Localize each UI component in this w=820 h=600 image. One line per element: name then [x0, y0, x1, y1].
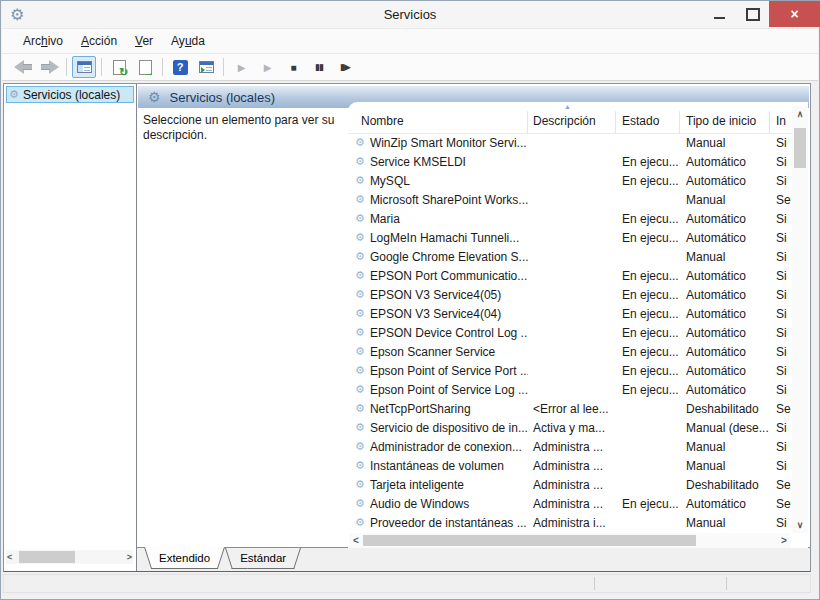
scroll-up-icon[interactable]: ∧ [792, 106, 808, 122]
help-button[interactable]: ? [168, 56, 192, 78]
service-gear-icon: ⚙ [355, 307, 365, 320]
resume-service-button[interactable]: ▶ [255, 56, 279, 78]
table-row[interactable]: ⚙ EPSON Port Communicatio... En ejecu...… [348, 266, 792, 285]
table-row[interactable]: ⚙ Servicio de dispositivo de in... Activ… [348, 418, 792, 437]
service-gear-icon: ⚙ [355, 174, 365, 187]
service-logon-as: Si [770, 269, 792, 283]
tree-item-label: Servicios (locales) [23, 88, 120, 102]
table-row[interactable]: ⚙ Epson Point of Service Port ... En eje… [348, 361, 792, 380]
table-row[interactable]: ⚙ EPSON Device Control Log ... En ejecu.… [348, 323, 792, 342]
service-logon-as: Si [770, 383, 792, 397]
table-row[interactable]: ⚙ Microsoft SharePoint Works... Manual S… [348, 190, 792, 209]
minimize-icon [714, 17, 725, 19]
service-startup-type: Manual [680, 516, 770, 530]
close-button[interactable]: × [769, 1, 820, 27]
service-name: MySQL [370, 174, 410, 188]
minimize-button[interactable] [703, 1, 735, 27]
tab-extendido[interactable]: Extendido [144, 547, 225, 569]
service-gear-icon: ⚙ [355, 364, 365, 377]
column-header-estado[interactable]: Estado [616, 111, 680, 133]
tree-horizontal-scrollbar[interactable]: < > [6, 550, 133, 564]
vertical-scrollbar[interactable]: ∧ ∨ [792, 106, 808, 533]
table-row[interactable]: ⚙ EPSON V3 Service4(05) En ejecu... Auto… [348, 285, 792, 304]
tree-gear-icon: ⚙ [9, 88, 19, 101]
table-row[interactable]: ⚙ Tarjeta inteligente Administra ... Des… [348, 475, 792, 494]
service-gear-icon: ⚙ [355, 402, 365, 415]
table-row[interactable]: ⚙ Proveedor de instantáneas ... Administ… [348, 513, 792, 532]
table-row[interactable]: ⚙ NetTcpPortSharing <Error al lee... Des… [348, 399, 792, 418]
forward-button[interactable] [37, 56, 61, 78]
service-startup-type: Automático [680, 364, 770, 378]
service-gear-icon: ⚙ [355, 421, 365, 434]
restart-icon: ▮▶ [340, 62, 350, 72]
column-header-nombre[interactable]: Nombre [348, 111, 528, 133]
list-header: ▲ Nombre Descripción Estado Tipo de inic… [348, 102, 808, 134]
service-name: Maria [370, 212, 400, 226]
sidebar-item-servicios-locales[interactable]: ⚙ Servicios (locales) [6, 86, 134, 103]
menu-ayuda[interactable]: Ayuda [162, 29, 214, 53]
service-startup-type: Deshabilitado [680, 478, 770, 492]
table-row[interactable]: ⚙ MySQL En ejecu... Automático Si [348, 171, 792, 190]
horizontal-scrollbar[interactable]: < > [349, 533, 791, 548]
scrollbar-thumb[interactable] [794, 128, 806, 168]
table-row[interactable]: ⚙ LogMeIn Hamachi Tunneli... En ejecu...… [348, 228, 792, 247]
service-status: En ejecu... [616, 212, 680, 226]
service-logon-as: Se [770, 497, 792, 511]
service-gear-icon: ⚙ [355, 250, 365, 263]
services-window: ⚙ Servicios × Archivo Acción Ver Ayuda ↻… [0, 0, 820, 600]
refresh-button[interactable]: ↻ [107, 56, 131, 78]
table-row[interactable]: ⚙ Maria En ejecu... Automático Si [348, 209, 792, 228]
table-row[interactable]: ⚙ Google Chrome Elevation S... Manual Si [348, 247, 792, 266]
show-console-tree-button[interactable] [72, 56, 96, 78]
service-status: En ejecu... [616, 364, 680, 378]
show-action-pane-button[interactable] [194, 56, 218, 78]
menu-ver[interactable]: Ver [126, 29, 162, 53]
table-row[interactable]: ⚙ WinZip Smart Monitor Servi... Manual S… [348, 133, 792, 152]
pause-service-button[interactable]: ▮▮ [307, 56, 331, 78]
description-text: Seleccione un elemento para ver su descr… [143, 113, 345, 143]
service-gear-icon: ⚙ [355, 345, 365, 358]
scrollbar-thumb[interactable] [19, 551, 75, 563]
table-row[interactable]: ⚙ Epson Point of Service Log ... En ejec… [348, 380, 792, 399]
maximize-button[interactable] [737, 1, 769, 27]
scroll-left-icon[interactable]: < [7, 552, 12, 562]
table-row[interactable]: ⚙ Service KMSELDI En ejecu... Automático… [348, 152, 792, 171]
service-description: Administra ... [528, 478, 616, 492]
service-name: Microsoft SharePoint Works... [370, 193, 528, 207]
table-row[interactable]: ⚙ EPSON V3 Service4(04) En ejecu... Auto… [348, 304, 792, 323]
menu-accion[interactable]: Acción [72, 29, 126, 53]
service-gear-icon: ⚙ [355, 288, 365, 301]
scroll-down-icon[interactable]: ∨ [792, 517, 808, 533]
service-description: Activa y ma... [528, 421, 616, 435]
table-row[interactable]: ⚙ Audio de Windows Administra ... En eje… [348, 494, 792, 513]
export-list-icon: → [139, 60, 152, 75]
restart-service-button[interactable]: ▮▶ [333, 56, 357, 78]
window-title: Servicios [2, 7, 818, 22]
service-name: Servicio de dispositivo de in... [370, 421, 528, 435]
back-button[interactable] [11, 56, 35, 78]
scroll-left-icon[interactable]: < [349, 533, 363, 548]
service-logon-as: Se [770, 402, 792, 416]
table-row[interactable]: ⚙ Instantáneas de volumen Administra ...… [348, 456, 792, 475]
service-name: Administrador de conexion... [370, 440, 522, 454]
service-name: LogMeIn Hamachi Tunneli... [370, 231, 519, 245]
sort-ascending-icon: ▲ [564, 103, 571, 110]
service-gear-icon: ⚙ [355, 516, 365, 529]
stop-service-button[interactable]: ■ [281, 56, 305, 78]
column-header-tipo-de-inicio[interactable]: Tipo de inicio [680, 111, 770, 133]
menu-archivo[interactable]: Archivo [14, 29, 72, 53]
scrollbar-thumb[interactable] [363, 535, 696, 546]
service-startup-type: Automático [680, 307, 770, 321]
start-icon: ▶ [238, 62, 245, 73]
service-status: En ejecu... [616, 307, 680, 321]
tab-estandar[interactable]: Estándar [225, 548, 301, 569]
table-row[interactable]: ⚙ Administrador de conexion... Administr… [348, 437, 792, 456]
scroll-right-icon[interactable]: > [127, 552, 132, 562]
column-header-descripcion[interactable]: Descripción [528, 111, 616, 133]
start-service-button[interactable]: ▶ [229, 56, 253, 78]
scroll-right-icon[interactable]: > [777, 533, 791, 548]
toolbar-separator [101, 58, 102, 76]
service-startup-type: Automático [680, 326, 770, 340]
table-row[interactable]: ⚙ Epson Scanner Service En ejecu... Auto… [348, 342, 792, 361]
export-list-button[interactable]: → [133, 56, 157, 78]
